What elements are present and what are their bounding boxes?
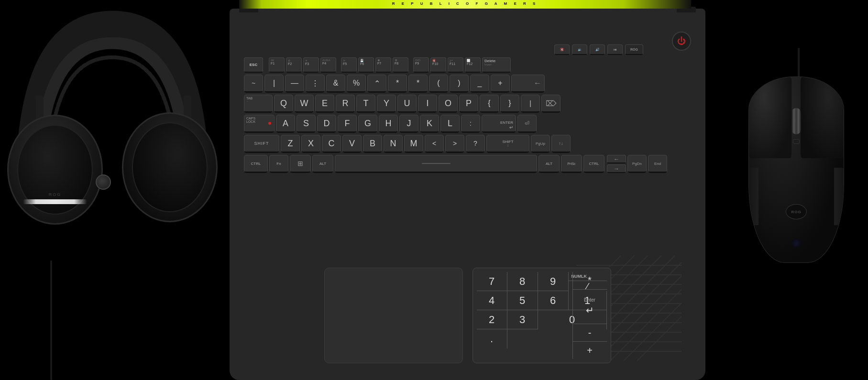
fn-key[interactable]: Fn [269,155,288,173]
delete-key[interactable]: Delete Insert [482,57,511,73]
media-key[interactable]: 🔇 [554,44,570,55]
mouse-right-button[interactable] [801,77,844,158]
n-key[interactable]: N [384,135,403,153]
0-key[interactable]: ) [450,75,469,93]
f10-key[interactable]: 🔇 F10 [430,57,446,73]
q-key[interactable]: Q [274,95,293,113]
num8-key[interactable]: 8 [507,272,538,291]
x-key[interactable]: X [301,135,320,153]
backtick-key[interactable]: ~ [244,75,263,93]
k-key[interactable]: K [420,115,439,133]
9-key[interactable]: ( [429,75,448,93]
num7-key[interactable]: 7 [477,272,507,291]
f3-key[interactable]: ✈ F3 [303,57,319,73]
equals-key[interactable]: + [491,75,510,93]
l-key[interactable]: L [440,115,460,133]
p-key[interactable]: P [459,95,478,113]
f2-key[interactable]: ⚙ F2 [286,57,302,73]
tab-key[interactable]: TAB← [244,95,273,113]
u-key[interactable]: U [397,95,417,113]
f4-key[interactable]: AURA F4 [320,57,336,73]
f8-key[interactable]: 🖥 F8 [393,57,408,73]
arr-up-key[interactable]: ⌦ [541,95,560,113]
1-key[interactable]: | [264,75,284,93]
f7-key[interactable]: ⏺ F7 [375,57,391,73]
minus-key[interactable]: _ [470,75,489,93]
pgdn-key[interactable]: PgDn [627,155,647,173]
h-key[interactable]: H [379,115,398,133]
rctrl-key[interactable]: CTRL [583,155,604,173]
t-key[interactable]: T [356,95,375,113]
d-key[interactable]: D [317,115,336,133]
y-key[interactable]: Y [377,95,396,113]
e-key[interactable]: E [315,95,334,113]
backslash-key[interactable]: | [521,95,540,113]
dpi-button[interactable] [793,139,800,144]
f6-key[interactable]: 💾 F6 [358,57,374,73]
z-key[interactable]: Z [281,135,300,153]
b-key[interactable]: B [363,135,382,153]
slash-key[interactable]: ? [466,135,485,153]
a-key[interactable]: A [276,115,295,133]
g-key[interactable]: G [358,115,377,133]
pgup-key[interactable]: PgUp [531,135,550,153]
period-key[interactable]: > [445,135,464,153]
rshift-key[interactable]: SHIFT⇧ [486,135,529,153]
arr-left-key[interactable]: ← [607,155,626,163]
lbracket-key[interactable]: { [480,95,499,113]
f12-key[interactable]: ⬜ F12 [465,57,481,73]
enter-key[interactable]: ENTER↵ [482,115,516,133]
j-key[interactable]: J [399,115,418,133]
numdot-key[interactable]: . [477,329,507,348]
4-key[interactable]: & [326,75,345,93]
num2-key[interactable]: 2 [477,310,507,329]
c-key[interactable]: C [322,135,341,153]
3-key[interactable]: ⋮ [306,75,325,93]
num-enter-key[interactable]: ⏎ [517,115,537,133]
8-key[interactable]: * [408,75,428,93]
num-plus-key[interactable]: + [572,342,607,359]
rbracket-key[interactable]: } [500,95,519,113]
6-key[interactable]: ⌃ [367,75,386,93]
f-key[interactable]: F [338,115,357,133]
lalt-key[interactable]: ALT [312,155,333,173]
f9-key[interactable]: O/O F9 [413,57,429,73]
scroll-wheel[interactable] [791,108,801,134]
s-key[interactable]: S [297,115,316,133]
num3-key[interactable]: 3 [507,310,538,329]
comma-key[interactable]: < [425,135,444,153]
num-mult-key[interactable]: * [572,272,607,290]
pgup2-key[interactable]: ↑↓ [551,135,571,153]
i-key[interactable]: I [418,95,437,113]
lshift-key[interactable]: SHIFT [244,135,279,153]
num9-key[interactable]: 9 [538,272,569,291]
r-key[interactable]: R [336,95,355,113]
media-key[interactable]: 🔊 [590,44,605,55]
f5-key[interactable]: ⟳ F5 [341,57,357,73]
mouse-body[interactable]: ROG [748,76,844,263]
m-key[interactable]: M [404,135,423,153]
f1-key[interactable]: 4K F1 [269,57,285,73]
media-key[interactable]: 🔉 [572,44,587,55]
7-key[interactable]: * [388,75,407,93]
w-key[interactable]: W [295,95,314,113]
esc-key[interactable]: ESC [244,57,263,73]
volume-knob[interactable] [96,174,111,190]
rog-key[interactable]: ROG [625,44,643,55]
touchpad[interactable] [324,268,463,363]
backspace-key[interactable]: ← [511,75,545,93]
media-key[interactable]: ⏮ [607,44,623,55]
arr-right-key[interactable]: → [607,164,626,173]
semicolon-key[interactable]: : [461,115,480,133]
o-key[interactable]: O [439,95,458,113]
num6-key[interactable]: 6 [538,291,569,310]
space-key[interactable] [335,155,537,173]
caps-key[interactable]: CAPSLOCK [244,115,275,133]
end-key[interactable]: End [648,155,667,173]
v-key[interactable]: V [342,135,362,153]
f11-key[interactable]: Z⁴ F11 [448,57,463,73]
2-key[interactable]: — [285,75,304,93]
ralt-key[interactable]: ALT [538,155,560,173]
power-button[interactable]: ⏻ [672,32,691,51]
5-key[interactable]: % [347,75,366,93]
